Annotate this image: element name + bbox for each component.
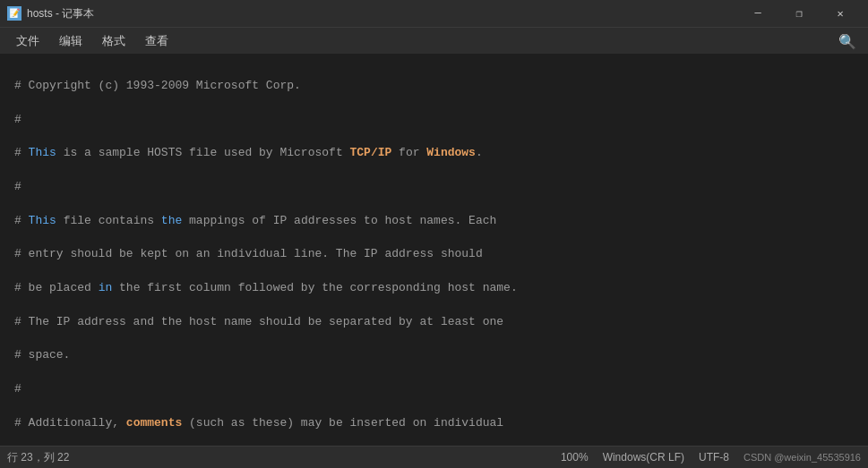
search-toolbar-icon[interactable]: 🔍 <box>838 33 856 51</box>
zoom-level: 100% <box>561 451 589 464</box>
restore-button[interactable]: ❐ <box>778 0 820 27</box>
line-11: # Additionally, comments (such as these)… <box>14 415 854 432</box>
line-3: # This is a sample HOSTS file used by Mi… <box>14 145 854 162</box>
line-1: # Copyright (c) 1993-2009 Microsoft Corp… <box>14 78 854 95</box>
cursor-position: 行 23，列 22 <box>7 450 69 465</box>
line-5: # This file contains the mappings of IP … <box>14 213 854 230</box>
line-4: # <box>14 179 854 196</box>
title-text: hosts - 记事本 <box>27 6 94 21</box>
minimize-button[interactable]: ─ <box>737 0 778 27</box>
line-9: # space. <box>14 347 854 364</box>
line-7: # be placed in the first column followed… <box>14 280 854 297</box>
menu-format[interactable]: 格式 <box>93 30 134 53</box>
line-ending: Windows(CR LF) <box>603 451 684 464</box>
title-bar-left: 📝 hosts - 记事本 <box>7 6 94 21</box>
charset: UTF-8 <box>699 451 729 464</box>
status-bar: 行 23，列 22 100% Windows(CR LF) UTF-8 CSDN… <box>0 446 868 468</box>
title-bar-controls: ─ ❐ ✕ <box>737 0 861 27</box>
watermark: CSDN @weixin_45535916 <box>743 452 861 463</box>
line-10: # <box>14 381 854 398</box>
close-button[interactable]: ✕ <box>820 0 861 27</box>
menu-view[interactable]: 查看 <box>136 30 177 53</box>
title-bar: 📝 hosts - 记事本 ─ ❐ ✕ <box>0 0 868 27</box>
toolbar-area: 🔍 <box>834 30 861 54</box>
line-2: # <box>14 112 854 129</box>
menu-edit[interactable]: 编辑 <box>50 30 91 53</box>
line-6: # entry should be kept on an individual … <box>14 246 854 263</box>
line-8: # The IP address and the host name shoul… <box>14 314 854 331</box>
app-icon: 📝 <box>7 6 21 21</box>
menu-bar: 文件 编辑 格式 查看 <box>0 27 868 54</box>
status-left: 行 23，列 22 <box>7 450 69 465</box>
editor-area[interactable]: # Copyright (c) 1993-2009 Microsoft Corp… <box>0 54 868 446</box>
menu-file[interactable]: 文件 <box>7 30 48 53</box>
status-right: 100% Windows(CR LF) UTF-8 CSDN @weixin_4… <box>561 451 861 464</box>
